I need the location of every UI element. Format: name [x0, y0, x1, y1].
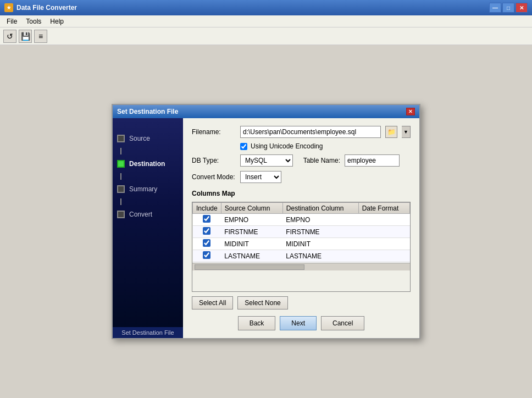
app-title: Data File Converter [16, 4, 489, 12]
dest-col-2: MIDINIT [282, 238, 358, 250]
col-header-include: Include [193, 203, 221, 214]
toolbar-grid-button[interactable]: ≡ [34, 30, 47, 43]
sidebar-label-source: Source [129, 135, 150, 142]
col-header-source: Source Column [221, 203, 282, 214]
sidebar-item-convert[interactable]: Convert [113, 205, 183, 224]
tablename-input[interactable] [345, 154, 400, 167]
table-row: LASTNAME LASTNAME [193, 250, 410, 262]
sidebar-label-convert: Convert [129, 211, 152, 218]
h-scroll-thumb [195, 264, 304, 270]
date-col-2 [358, 238, 409, 250]
step-indicator-summary [117, 185, 125, 193]
date-col-3 [358, 250, 409, 262]
menu-tools[interactable]: Tools [21, 16, 46, 26]
main-content: Set Destination File ✕ Source Destinatio… [0, 45, 532, 398]
filename-dropdown-button[interactable]: ▼ [402, 126, 411, 138]
navigation-row: Back Next Cancel [192, 314, 411, 330]
dialog-titlebar: Set Destination File ✕ [113, 105, 419, 118]
minimize-button[interactable]: — [489, 3, 501, 13]
toolbar-save-button[interactable]: 💾 [19, 30, 32, 43]
dialog-title: Set Destination File [117, 108, 406, 115]
date-col-1 [358, 226, 409, 238]
select-none-button[interactable]: Select None [237, 296, 287, 309]
columns-map-label: Columns Map [192, 190, 411, 197]
filename-label: Filename: [192, 128, 236, 136]
sidebar-item-summary[interactable]: Summary [113, 180, 183, 198]
dest-col-1: FIRSTNME [282, 226, 358, 238]
browse-button[interactable]: 📁 [385, 126, 397, 138]
select-all-button[interactable]: Select All [192, 296, 233, 309]
columns-table-body: EMPNO EMPNO FIRSTNME FIRSTNME [193, 214, 410, 263]
columns-table: Include Source Column Destination Column… [192, 202, 410, 263]
unicode-label[interactable]: Using Unicode Encoding [251, 142, 323, 150]
menu-help[interactable]: Help [46, 16, 68, 26]
toolbar-refresh-button[interactable]: ↺ [3, 30, 16, 43]
maximize-button[interactable]: □ [502, 3, 514, 13]
row-checkbox-2[interactable] [203, 239, 210, 247]
source-col-3: LASTNAME [221, 250, 282, 262]
sidebar-item-source[interactable]: Source [113, 129, 183, 148]
sidebar-connector-1 [120, 148, 121, 154]
dialog-close-button[interactable]: ✕ [406, 108, 415, 115]
step-indicator-destination [117, 160, 125, 168]
source-col-1: FIRSTNME [221, 226, 282, 238]
app-icon: ★ [4, 3, 13, 12]
sidebar-connector-3 [120, 198, 121, 205]
table-horizontal-scrollbar[interactable] [192, 263, 410, 270]
dbtype-select[interactable]: MySQL PostgreSQL SQLite MSSQL [240, 154, 293, 167]
toolbar: ↺ 💾 ≡ [0, 27, 532, 45]
columns-table-container: Include Source Column Destination Column… [192, 202, 411, 292]
sidebar-label-summary: Summary [129, 185, 157, 193]
source-col-0: EMPNO [221, 214, 282, 226]
row-checkbox-0[interactable] [203, 215, 210, 223]
convertmode-row: Convert Mode: Insert Update Replace [192, 171, 411, 183]
date-col-0 [358, 214, 409, 226]
table-row: EMPNO EMPNO [193, 214, 410, 226]
wizard-sidebar: Source Destination Summary Convert [113, 118, 183, 338]
right-panel: Filename: 📁 ▼ Using Unicode Encoding DB … [183, 118, 419, 338]
columns-table-header: Include Source Column Destination Column… [193, 203, 410, 214]
menu-file[interactable]: File [2, 16, 21, 26]
row-checkbox-1[interactable] [203, 227, 210, 235]
step-indicator-convert [117, 211, 125, 218]
sidebar-item-destination[interactable]: Destination [113, 154, 183, 173]
row-checkbox-3[interactable] [203, 251, 210, 259]
filename-row: Filename: 📁 ▼ [192, 126, 411, 138]
close-window-button[interactable]: ✕ [516, 3, 528, 13]
columns-table-scroll[interactable]: Include Source Column Destination Column… [192, 202, 410, 263]
dialog-body: Source Destination Summary Convert [113, 118, 419, 338]
table-row: FIRSTNME FIRSTNME [193, 226, 410, 238]
title-bar: ★ Data File Converter — □ ✕ [0, 0, 532, 15]
convertmode-select[interactable]: Insert Update Replace [240, 171, 281, 183]
dest-col-3: LASTNAME [282, 250, 358, 262]
cancel-button[interactable]: Cancel [321, 316, 364, 330]
col-header-destination: Destination Column [282, 203, 358, 214]
source-col-2: MIDINIT [221, 238, 282, 250]
back-button[interactable]: Back [238, 316, 276, 330]
dest-col-0: EMPNO [282, 214, 358, 226]
next-button[interactable]: Next [280, 316, 317, 330]
selection-action-row: Select All Select None [192, 296, 411, 309]
table-row: MIDINIT MIDINIT [193, 238, 410, 250]
filename-input[interactable] [240, 126, 381, 138]
dbtype-tablename-row: DB Type: MySQL PostgreSQL SQLite MSSQL T… [192, 154, 411, 167]
dialog: Set Destination File ✕ Source Destinatio… [112, 104, 420, 339]
col-header-dateformat: Date Format [358, 203, 409, 214]
tablename-label: Table Name: [297, 157, 340, 164]
sidebar-connector-2 [120, 173, 121, 180]
unicode-row: Using Unicode Encoding [240, 142, 411, 150]
window-controls: — □ ✕ [489, 3, 528, 13]
menu-bar: File Tools Help [0, 15, 532, 27]
dbtype-label: DB Type: [192, 157, 236, 164]
sidebar-label-destination: Destination [129, 160, 165, 168]
step-indicator-source [117, 135, 125, 142]
unicode-checkbox[interactable] [240, 143, 247, 150]
sidebar-footer: Set Destination File [113, 327, 183, 338]
convertmode-label: Convert Mode: [192, 173, 236, 181]
